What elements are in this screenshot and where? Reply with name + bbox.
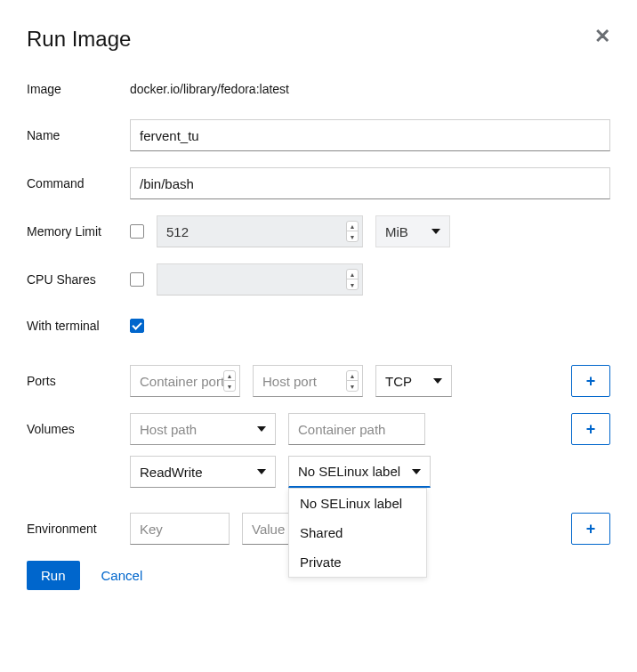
chevron-down-icon: [433, 378, 442, 384]
plus-icon: +: [586, 420, 596, 439]
spinner-icon[interactable]: ▲▼: [346, 221, 359, 242]
cpu-value-input[interactable]: ▲▼: [157, 263, 363, 296]
chevron-down-icon: [257, 469, 266, 474]
container-port-input[interactable]: Container port ▲▼: [130, 365, 240, 397]
name-label: Name: [27, 128, 130, 142]
container-path-input[interactable]: [288, 413, 425, 445]
plus-icon: +: [586, 520, 596, 538]
host-path-select[interactable]: Host path: [130, 413, 276, 445]
run-button[interactable]: Run: [27, 561, 80, 590]
selinux-dropdown-menu: No SELinux label Shared Private: [288, 488, 427, 578]
selinux-option[interactable]: Private: [289, 547, 426, 577]
add-volume-button[interactable]: +: [571, 413, 610, 445]
close-icon[interactable]: ✕: [594, 27, 610, 46]
chevron-down-icon: [431, 229, 440, 234]
cancel-button[interactable]: Cancel: [101, 568, 143, 583]
cpu-enable-checkbox[interactable]: [130, 272, 144, 287]
host-port-input[interactable]: Host port ▲▼: [253, 365, 363, 397]
chevron-down-icon: [412, 469, 421, 474]
volume-mode-select[interactable]: ReadWrite: [130, 456, 276, 488]
plus-icon: +: [586, 372, 596, 391]
image-value: docker.io/library/fedora:latest: [130, 82, 289, 96]
command-input[interactable]: [130, 167, 610, 199]
command-label: Command: [27, 176, 130, 190]
memory-unit-select[interactable]: MiB: [375, 215, 450, 247]
add-env-button[interactable]: +: [571, 513, 610, 545]
dialog-title: Run Image: [27, 27, 131, 52]
memory-label: Memory Limit: [27, 224, 130, 239]
memory-value-input[interactable]: 512 ▲▼: [157, 215, 363, 247]
spinner-icon[interactable]: ▲▼: [223, 370, 236, 392]
add-port-button[interactable]: +: [571, 365, 610, 397]
volumes-label: Volumes: [27, 422, 130, 436]
env-label: Environment: [27, 522, 130, 536]
spinner-icon[interactable]: ▲▼: [346, 370, 359, 392]
ports-label: Ports: [27, 374, 130, 388]
selinux-option[interactable]: No SELinux label: [289, 489, 426, 518]
port-protocol-select[interactable]: TCP: [375, 365, 452, 397]
memory-enable-checkbox[interactable]: [130, 224, 144, 239]
name-input[interactable]: [130, 119, 610, 151]
selinux-option[interactable]: Shared: [289, 518, 426, 547]
selinux-label-select[interactable]: No SELinux label: [288, 456, 431, 488]
spinner-icon[interactable]: ▲▼: [346, 269, 359, 290]
chevron-down-icon: [257, 426, 266, 432]
terminal-label: With terminal: [27, 319, 130, 333]
env-key-input[interactable]: [130, 513, 230, 545]
cpu-label: CPU Shares: [27, 272, 130, 287]
terminal-checkbox[interactable]: [130, 319, 144, 333]
image-label: Image: [27, 82, 130, 96]
